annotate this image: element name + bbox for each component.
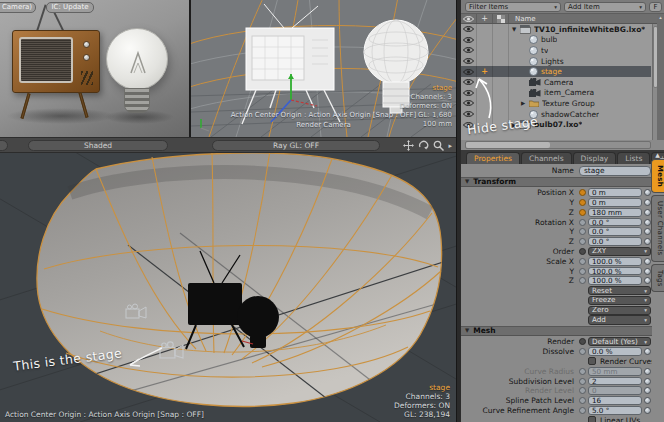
- value-field-y[interactable]: 0.0 °: [588, 227, 642, 236]
- perspective-viewport[interactable]: This is the stage Action Center Origin :…: [0, 153, 456, 422]
- channel-toggle[interactable]: [579, 348, 586, 355]
- expander-icon[interactable]: ▼: [512, 26, 520, 32]
- visibility-eye-icon[interactable]: [461, 98, 477, 109]
- channel-toggle[interactable]: [579, 199, 586, 206]
- item-row-texture-group[interactable]: ▶Texture Group: [461, 98, 651, 109]
- item-row-tv10-infinitewhitebg-lxo[interactable]: ▼TV10_infiniteWhiteBG.lxo*: [461, 24, 651, 35]
- zoom-icon[interactable]: [433, 140, 444, 151]
- channel-toggle[interactable]: [579, 338, 586, 345]
- channel-plus-icon[interactable]: +: [477, 66, 493, 77]
- filter-items-dropdown[interactable]: Filter Items ▾: [465, 2, 561, 12]
- forms-button[interactable]: F: [649, 2, 662, 12]
- value-field-render-level[interactable]: 0: [588, 386, 642, 395]
- wireframe-camera-viewport[interactable]: Action Center Origin : Action Axis Origi…: [191, 0, 456, 137]
- visibility-eye-icon[interactable]: [461, 66, 477, 77]
- item-row-camera[interactable]: Camera: [461, 77, 651, 88]
- value-field-dissolve[interactable]: 0.0 %: [588, 347, 642, 356]
- channel-toggle[interactable]: [579, 277, 586, 284]
- channel-toggle[interactable]: [579, 209, 586, 216]
- dropdown-freeze[interactable]: Freeze▾: [588, 296, 651, 305]
- rotate-icon[interactable]: [418, 140, 429, 151]
- value-field-y[interactable]: 0 m: [588, 198, 642, 207]
- channel-toggle[interactable]: [579, 387, 586, 394]
- side-tab-user-channels[interactable]: User Channels: [651, 195, 664, 261]
- viewport-expand-icon[interactable]: ▸: [448, 142, 452, 150]
- dropdown-add[interactable]: Add▾: [588, 315, 651, 324]
- channel-toggle[interactable]: [579, 378, 586, 385]
- dropdown-zero[interactable]: Zero▾: [588, 306, 651, 315]
- side-tab-arrow-icon[interactable]: ▲: [651, 151, 664, 159]
- visibility-eye-icon[interactable]: [461, 77, 477, 88]
- channel-toggle[interactable]: [579, 248, 586, 255]
- visibility-eye-icon[interactable]: [461, 24, 477, 35]
- value-field-position-x[interactable]: 0 m: [588, 188, 642, 197]
- channel-toggle[interactable]: [579, 238, 586, 245]
- mini-slider-knob[interactable]: [644, 228, 651, 235]
- dropdown-render[interactable]: Default (Yes)▾: [588, 337, 651, 346]
- visibility-eye-icon[interactable]: [461, 45, 477, 56]
- value-field-z[interactable]: 0.0 °: [588, 237, 642, 246]
- mini-slider-knob[interactable]: [644, 378, 651, 385]
- checkbox-linear-uvs[interactable]: [588, 416, 596, 422]
- pan-icon[interactable]: [403, 140, 414, 151]
- item-row-stage[interactable]: +stage: [461, 66, 651, 77]
- add-item-dropdown[interactable]: Add Item ▾: [564, 2, 646, 12]
- item-name-input[interactable]: stage: [579, 166, 651, 176]
- shader-column-icon[interactable]: [493, 14, 509, 23]
- ic-update-button[interactable]: IC: Update: [46, 2, 94, 13]
- mini-slider-knob[interactable]: [644, 268, 651, 275]
- render-camera-button[interactable]: Camera): [0, 2, 36, 13]
- expander-icon[interactable]: ▶: [521, 100, 529, 106]
- ray-gl-button[interactable]: Ray GL: OFF: [212, 140, 380, 151]
- mini-slider-knob[interactable]: [644, 348, 651, 355]
- value-field-rotation-x[interactable]: 0.0 °: [588, 218, 642, 227]
- value-field-z[interactable]: 100.0 %: [588, 276, 642, 285]
- mini-slider-knob[interactable]: [644, 397, 651, 404]
- item-row-bulb[interactable]: bulb: [461, 35, 651, 46]
- item-row-shadowcatcher[interactable]: shadowCatcher: [461, 109, 651, 120]
- channel-column-plus-icon[interactable]: +: [477, 14, 493, 23]
- visibility-column-eye-icon[interactable]: [461, 14, 477, 23]
- mini-slider-knob[interactable]: [644, 277, 651, 284]
- section-header-transform[interactable]: ▼Transform: [461, 177, 652, 187]
- tab-channels[interactable]: Channels: [521, 152, 572, 164]
- value-field-curve-refinement-angle[interactable]: 5.0 °: [588, 406, 642, 415]
- visibility-eye-icon[interactable]: [461, 109, 477, 120]
- channel-toggle[interactable]: [579, 258, 586, 265]
- channel-toggle[interactable]: [579, 189, 586, 196]
- item-row-tv[interactable]: tv: [461, 45, 651, 56]
- dropdown-reset[interactable]: Reset▾: [588, 286, 651, 295]
- mini-slider-knob[interactable]: [644, 368, 651, 375]
- section-header-mesh[interactable]: ▼Mesh: [461, 326, 652, 336]
- value-field-subdivision-level[interactable]: 2: [588, 377, 642, 386]
- visibility-eye-icon[interactable]: [461, 35, 477, 46]
- dropdown-order[interactable]: ZXY▾: [588, 247, 651, 256]
- mini-slider-knob[interactable]: [644, 209, 651, 216]
- item-row-item-camera[interactable]: item_Camera: [461, 88, 651, 99]
- mini-slider-knob[interactable]: [644, 189, 651, 196]
- value-field-spline-patch-level[interactable]: 16: [588, 396, 642, 405]
- value-field-scale-x[interactable]: 100.0 %: [588, 257, 642, 266]
- view-type-button[interactable]: e: [0, 140, 8, 151]
- visibility-eye-icon[interactable]: [461, 56, 477, 67]
- channel-toggle[interactable]: [579, 397, 586, 404]
- side-tab-mesh[interactable]: Mesh: [651, 159, 664, 193]
- render-preview-viewport[interactable]: Camera) IC: Update: [0, 0, 189, 137]
- tab-display[interactable]: Display: [573, 152, 617, 164]
- channel-toggle[interactable]: [579, 228, 586, 235]
- item-list-horizontal-scrollbar[interactable]: [465, 141, 651, 149]
- value-field-z[interactable]: 180 mm: [588, 208, 642, 217]
- value-field-y[interactable]: 100.0 %: [588, 267, 642, 276]
- channel-toggle[interactable]: [579, 407, 586, 414]
- item-row-lights[interactable]: Lights: [461, 56, 651, 67]
- channel-toggle[interactable]: [579, 368, 586, 375]
- mini-slider-knob[interactable]: [644, 219, 651, 226]
- channel-toggle[interactable]: [579, 219, 586, 226]
- mini-slider-knob[interactable]: [644, 387, 651, 394]
- shading-mode-button[interactable]: Shaded: [28, 140, 168, 151]
- mini-slider-knob[interactable]: [644, 258, 651, 265]
- value-field-curve-radius[interactable]: 50 mm: [588, 367, 642, 376]
- tab-properties[interactable]: Properties: [466, 152, 520, 164]
- mini-slider-knob[interactable]: [644, 199, 651, 206]
- checkbox-render-curves[interactable]: [588, 357, 596, 365]
